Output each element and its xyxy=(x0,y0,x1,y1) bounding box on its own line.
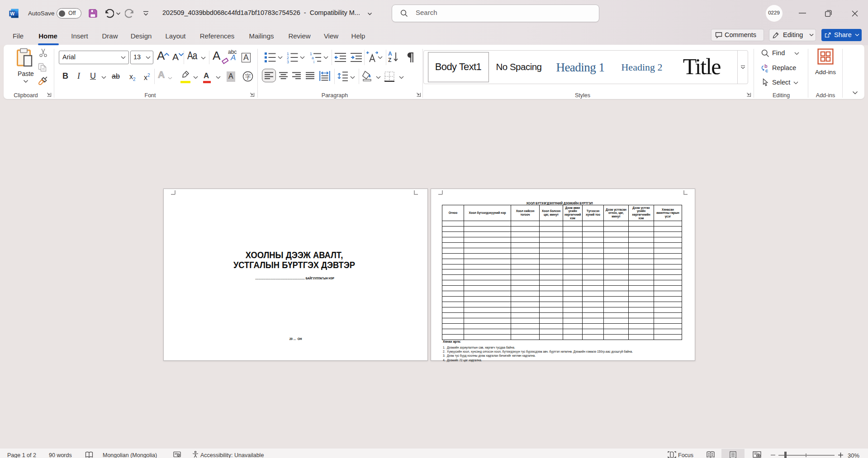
svg-text:3: 3 xyxy=(287,60,289,63)
svg-text:c: c xyxy=(765,68,768,73)
svg-text:W: W xyxy=(10,11,14,16)
svg-text:A: A xyxy=(388,51,392,57)
svg-text:字: 字 xyxy=(245,73,251,80)
svg-text:i: i xyxy=(313,60,314,63)
svg-text:Z: Z xyxy=(388,57,391,63)
